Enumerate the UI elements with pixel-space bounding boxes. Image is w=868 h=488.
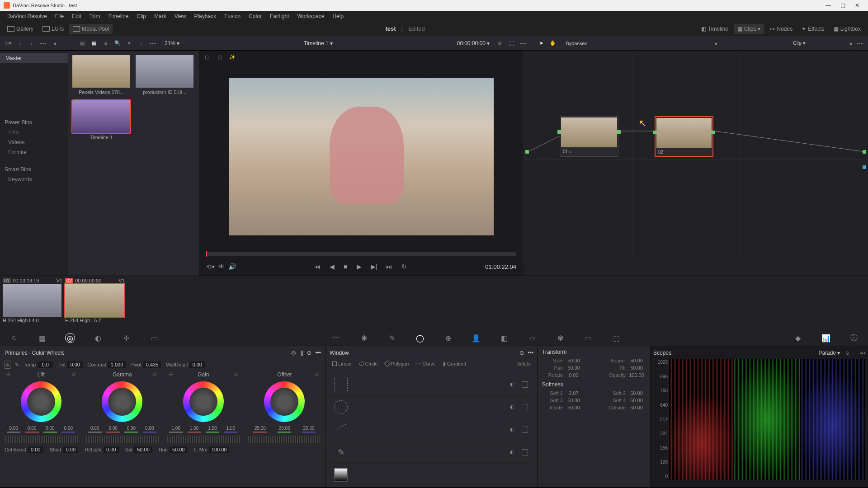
clips-button[interactable]: ▦Clips▾ — [734, 24, 764, 34]
last-frame-button[interactable]: ⏭ — [386, 263, 392, 270]
gamma-wheel[interactable]: Gamma↺ 0.000.000.000.00 — [86, 371, 159, 443]
node-out-dot[interactable] — [712, 131, 715, 134]
record-dot-icon[interactable]: ● — [51, 39, 60, 48]
minimize-button[interactable]: — — [821, 2, 835, 9]
reset-icon[interactable]: ↺ — [234, 371, 238, 378]
reset-icon[interactable]: ↺ — [315, 371, 319, 378]
hue-value[interactable]: 50.00 — [170, 446, 188, 453]
highlight-icon[interactable]: ▢ — [203, 52, 212, 61]
nav-fwd-icon[interactable]: › — [27, 39, 36, 48]
window-options-icon[interactable]: ⊙ — [519, 350, 524, 356]
mask-icon[interactable] — [522, 404, 528, 410]
window-curve-tab[interactable]: 〰Curve — [413, 360, 438, 368]
master-bin[interactable]: Master — [0, 53, 68, 63]
window-shape-gradient[interactable] — [330, 464, 533, 486]
clip-dropdown[interactable]: Clip ▾ — [793, 40, 806, 46]
mediapool-button[interactable]: Media Pool — [69, 24, 113, 34]
menu-fairlight[interactable]: Fairlight — [266, 11, 293, 21]
split-icon[interactable]: ◫ — [215, 52, 224, 61]
picker-icon[interactable]: ✛ — [6, 371, 11, 378]
wheels-mode-icon[interactable]: ◎ — [291, 350, 296, 356]
tool-sizing-icon[interactable]: ▭ — [583, 333, 593, 343]
gallery-button[interactable]: Gallery — [4, 24, 37, 34]
size-value[interactable]: 50.00 — [565, 358, 583, 363]
window-circle-tab[interactable]: Circle — [357, 360, 381, 368]
clip-thumb[interactable]: production ID 519... — [136, 55, 193, 95]
tool-blur-icon[interactable]: ▱ — [527, 333, 537, 343]
maximize-button[interactable]: ▢ — [835, 2, 850, 9]
lightbox-button[interactable]: ▦Lightbox — [830, 24, 864, 34]
offset-jog[interactable] — [248, 436, 321, 443]
colboost-value[interactable]: 0.00 — [28, 446, 43, 453]
expand-icon[interactable]: ⛶ — [507, 39, 516, 48]
clip-thumb[interactable]: Timeline 1 — [72, 100, 130, 140]
strip-clip-01[interactable]: 0100:00:13:19V1 H.264 High L4.0 — [3, 278, 62, 323]
menu-playback[interactable]: Playback — [190, 11, 220, 21]
bin-fortnite[interactable]: Fortnite — [0, 147, 68, 157]
record-dot3-icon[interactable]: ● — [846, 39, 855, 48]
tilt-value[interactable]: 50.00 — [627, 365, 646, 371]
contrast-value[interactable]: 1.000 — [108, 361, 126, 368]
view-thumb-icon[interactable]: ▤ — [78, 39, 87, 48]
hilight-value[interactable]: 0.00 — [104, 446, 119, 453]
lmix-value[interactable]: 100.00 — [209, 446, 230, 453]
tool-keyframe-icon[interactable]: ◆ — [793, 333, 803, 343]
menu-trim[interactable]: Trim — [86, 11, 104, 21]
node-more-icon[interactable]: ••• — [855, 39, 864, 48]
invert-icon[interactable]: ◐ — [510, 404, 514, 410]
menu-workspace[interactable]: Workspace — [294, 11, 328, 21]
menu-color[interactable]: Color — [245, 11, 265, 21]
soft4-value[interactable]: 50.00 — [627, 398, 646, 403]
aspect-value[interactable]: 50.00 — [627, 358, 646, 363]
gamma-jog[interactable] — [86, 436, 159, 443]
pan-value[interactable]: 50.00 — [565, 365, 583, 371]
clip-thumb[interactable]: Pexels Videos 278... — [72, 55, 130, 95]
close-button[interactable]: ✕ — [850, 2, 864, 9]
menu-timeline[interactable]: Timeline — [104, 11, 132, 21]
node-01[interactable]: 01 ▫▫ — [560, 116, 618, 157]
prev-frame-button[interactable]: ◀ — [330, 263, 335, 270]
outside-value[interactable]: 50.00 — [627, 405, 646, 410]
pointer-icon[interactable]: ➤ — [537, 39, 546, 48]
scopes-expand-icon[interactable]: ⛶ — [852, 350, 857, 356]
window-delete-button[interactable]: Delete — [514, 360, 533, 368]
smartbin-keywords[interactable]: Keywords — [0, 174, 68, 184]
tool-colormatch-icon[interactable]: ▦ — [37, 333, 47, 343]
nav-back-icon[interactable]: ‹ — [15, 39, 24, 48]
tool-motion-icon[interactable]: ▭ — [149, 333, 159, 343]
next-frame-button[interactable]: ▶| — [371, 263, 377, 270]
node-out-dot[interactable] — [617, 130, 621, 134]
tool-wheels-icon[interactable]: ◎ — [65, 333, 75, 343]
first-frame-button[interactable]: ⏮ — [314, 263, 321, 270]
play-button[interactable]: ▶ — [357, 263, 362, 270]
window-linear-tab[interactable]: Linear — [330, 360, 355, 368]
timeline-button[interactable]: ◧Timeline — [698, 24, 732, 34]
sat-value[interactable]: 50.00 — [134, 446, 152, 453]
luts-button[interactable]: LUTs — [39, 24, 67, 34]
graph-output-dot[interactable] — [863, 150, 866, 154]
window-shape-pen[interactable]: ✎ ◐ — [330, 441, 533, 464]
menu-clip[interactable]: Clip — [133, 11, 150, 21]
mid-value[interactable]: 0.00 — [189, 361, 205, 368]
soft1-value[interactable]: 2.07 — [565, 390, 583, 396]
graph-input-dot[interactable] — [525, 150, 529, 154]
window-polygon-tab[interactable]: Polygon — [382, 360, 412, 368]
viewer-image[interactable] — [229, 78, 494, 235]
mask-icon[interactable] — [522, 427, 528, 433]
bin-options-icon[interactable]: ▭▾ — [4, 39, 13, 48]
tool-tracking-icon[interactable]: ⊕ — [443, 333, 453, 343]
tool-3d-icon[interactable]: ⬚ — [611, 333, 621, 343]
pivot-value[interactable]: 0.435 — [143, 361, 161, 368]
view-grid-icon[interactable]: ▦ — [90, 39, 99, 48]
search-icon[interactable]: 🔍 — [113, 39, 122, 48]
menu-mark[interactable]: Mark — [151, 11, 170, 21]
lift-jog[interactable] — [5, 436, 78, 443]
gain-jog[interactable] — [167, 436, 240, 443]
window-shape-rectangle[interactable]: ◐ — [330, 373, 533, 396]
lift-wheel[interactable]: ✛Lift↺ 0.000.000.000.00 — [5, 371, 78, 443]
auto-balance-icon[interactable]: A — [5, 361, 10, 369]
tool-warper-icon[interactable]: ✱ — [359, 333, 369, 343]
more-icon[interactable]: ••• — [860, 350, 865, 356]
reset-icon[interactable]: ↺ — [71, 371, 76, 378]
scopes-mode-dropdown[interactable]: Parade ▾ — [818, 350, 840, 356]
